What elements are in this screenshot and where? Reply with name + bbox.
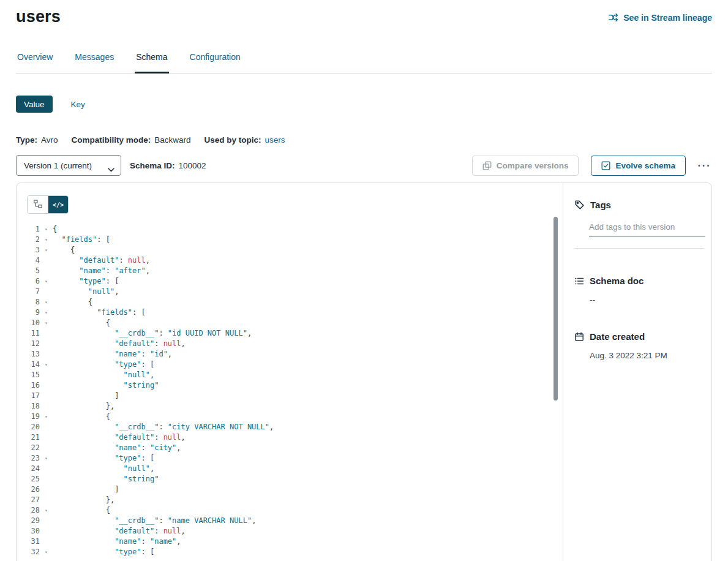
version-toolbar: Version 1 (current) Schema ID: 100002 Co… — [16, 155, 712, 176]
line-number: 1 — [17, 224, 40, 235]
code-token: , — [114, 287, 119, 296]
line-number: 2 — [17, 235, 40, 245]
line-number: 5 — [17, 266, 40, 276]
page-header: users See in Stream lineage — [16, 0, 712, 26]
topic-link[interactable]: users — [265, 135, 285, 145]
compatibility-value: Backward — [154, 135, 190, 145]
code-line: 11"__crdb__": "id UUID NOT NULL", — [17, 328, 563, 339]
code-line: 13"name": "id", — [17, 349, 563, 360]
code-token: : — [141, 537, 150, 546]
code-token: : — [119, 256, 127, 265]
tab-schema[interactable]: Schema — [135, 52, 168, 73]
fold-toggle-icon[interactable]: ▾ — [40, 547, 53, 557]
code-token: , — [247, 329, 252, 337]
add-tags-input[interactable] — [589, 220, 705, 236]
code-token: : — [106, 266, 114, 275]
code-token: , — [146, 256, 150, 265]
schema-doc-title: Schema doc — [590, 276, 644, 286]
line-number: 13 — [17, 349, 40, 360]
code-token: "string" — [124, 381, 159, 390]
fold-spacer — [40, 474, 53, 484]
code-token: "type" — [79, 277, 105, 285]
code-line: 6▾"type": [ — [17, 276, 563, 287]
fold-toggle-icon[interactable]: ▾ — [40, 412, 53, 422]
fold-toggle-icon[interactable]: ▾ — [40, 235, 53, 245]
schema-code-viewer: </> 1▾{2▾"fields": [3▾{4"default": null,… — [17, 183, 563, 561]
code-token: "null" — [88, 287, 114, 296]
code-line: 24"null", — [17, 464, 563, 474]
fold-spacer — [40, 401, 53, 412]
more-options-button[interactable]: ⋯ — [696, 160, 712, 171]
stream-lineage-link[interactable]: See in Stream lineage — [608, 12, 712, 23]
code-line: 32▾"type": [ — [17, 547, 563, 557]
code-token: { — [88, 298, 92, 306]
code-content: "__crdb__": "id UUID NOT NULL", — [53, 328, 252, 339]
code-token: "name" — [150, 537, 176, 546]
code-line: 21"default": null, — [17, 432, 563, 443]
code-token: , — [168, 350, 172, 358]
evolve-schema-icon — [601, 161, 610, 170]
code-line: 2▾"fields": [ — [17, 235, 563, 245]
type-label: Type: — [16, 135, 37, 145]
tab-messages[interactable]: Messages — [73, 52, 115, 73]
code-token: "__crdb__" — [114, 329, 159, 337]
code-content: "name": "city", — [53, 443, 181, 453]
code-content: "type": [ — [53, 276, 119, 287]
fold-spacer — [40, 255, 53, 266]
fold-toggle-icon[interactable]: ▾ — [40, 318, 53, 328]
tree-view-button[interactable] — [28, 196, 48, 213]
schema-id: Schema ID: 100002 — [130, 161, 206, 170]
code-token: : — [159, 516, 167, 525]
fold-toggle-icon[interactable]: ▾ — [40, 297, 53, 307]
code-token: "default" — [79, 256, 119, 265]
code-token: "type" — [114, 548, 141, 556]
code-token: , — [252, 516, 256, 525]
fold-toggle-icon[interactable]: ▾ — [40, 224, 53, 235]
code-content: "__crdb__": "city VARCHAR NOT NULL", — [53, 422, 274, 432]
type-value: Avro — [41, 135, 58, 145]
code-token: null — [128, 256, 146, 265]
code-line: 10▾{ — [17, 318, 563, 328]
code-token: "city" — [150, 443, 176, 452]
line-number: 9 — [17, 307, 40, 318]
fold-toggle-icon[interactable]: ▾ — [40, 360, 53, 370]
line-number: 30 — [17, 526, 40, 537]
fold-spacer — [40, 328, 53, 339]
evolve-schema-button[interactable]: Evolve schema — [591, 156, 686, 176]
fold-toggle-icon[interactable]: ▾ — [40, 276, 53, 287]
tree-view-icon — [33, 199, 43, 211]
fold-toggle-icon[interactable]: ▾ — [40, 453, 53, 464]
code-line: 18}, — [17, 401, 563, 412]
fold-toggle-icon[interactable]: ▾ — [40, 505, 53, 516]
code-line: 3▾{ — [17, 245, 563, 255]
code-line: 12"default": null, — [17, 339, 563, 349]
calendar-icon — [574, 332, 584, 342]
code-token: { — [106, 506, 110, 514]
tab-configuration[interactable]: Configuration — [189, 52, 242, 73]
fold-toggle-icon[interactable]: ▾ — [40, 245, 53, 255]
vertical-scrollbar[interactable] — [554, 217, 558, 401]
tab-overview[interactable]: Overview — [16, 52, 54, 73]
value-toggle-button[interactable]: Value — [16, 96, 53, 113]
key-toggle-button[interactable]: Key — [71, 100, 85, 109]
line-number: 26 — [17, 484, 40, 495]
code-content: ] — [53, 391, 119, 401]
code-token: "name VARCHAR NULL" — [168, 516, 252, 525]
schema-id-value: 100002 — [179, 161, 206, 170]
code-content: { — [53, 505, 110, 516]
line-number: 3 — [17, 245, 40, 255]
code-token: : [ — [141, 454, 155, 462]
fold-spacer — [40, 484, 53, 495]
line-number: 7 — [17, 287, 40, 297]
schema-meta: Type: Avro Compatibility mode: Backward … — [16, 135, 712, 145]
fold-spacer — [40, 349, 53, 360]
code-view-button[interactable]: </> — [48, 196, 68, 213]
compare-versions-button[interactable]: Compare versions — [472, 156, 579, 176]
fold-toggle-icon[interactable]: ▾ — [40, 307, 53, 318]
fold-spacer — [40, 287, 53, 297]
version-select[interactable]: Version 1 (current) — [16, 155, 121, 176]
code-content: }, — [53, 495, 114, 505]
code-line: 16"string" — [17, 380, 563, 391]
code-token: : — [154, 433, 163, 442]
schema-doc-value: -- — [590, 295, 704, 304]
